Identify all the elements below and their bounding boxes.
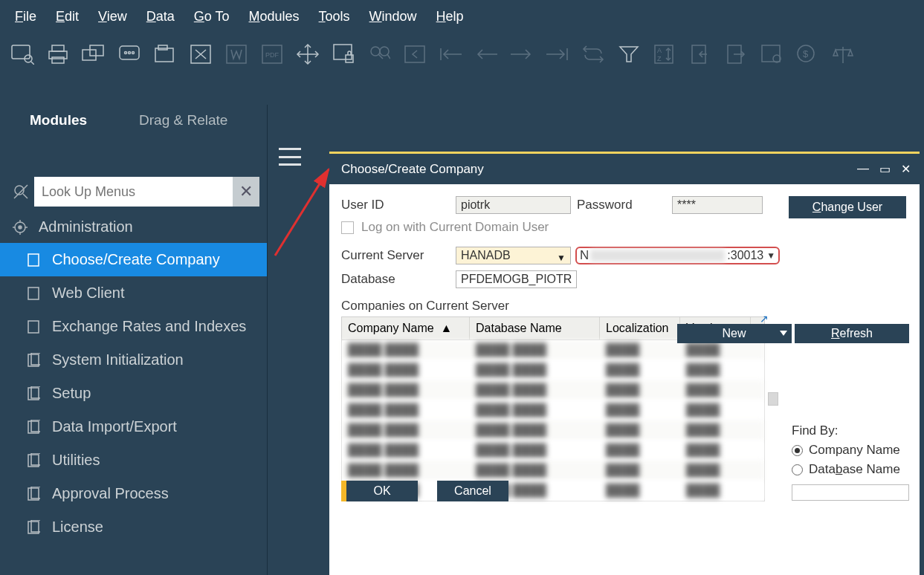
svg-text:A: A xyxy=(657,47,662,54)
form-settings-icon[interactable] xyxy=(757,39,786,69)
table-row[interactable]: ████ ████████ ████████████ xyxy=(342,380,764,400)
first-rec-icon[interactable] xyxy=(400,39,430,69)
balance-icon[interactable] xyxy=(828,39,858,69)
radio-company-name[interactable] xyxy=(792,445,803,456)
refresh-button[interactable]: Refresh xyxy=(795,324,909,343)
label-find-by: Find By: xyxy=(792,423,909,438)
svg-marker-35 xyxy=(620,47,638,62)
collapse-panel-button[interactable] xyxy=(279,148,301,166)
search-input[interactable] xyxy=(34,177,233,207)
menu-goto[interactable]: Go To xyxy=(194,9,230,25)
svg-line-27 xyxy=(387,54,390,59)
svg-rect-60 xyxy=(28,288,39,299)
tree-node-administration[interactable]: Administration xyxy=(0,211,267,243)
server-host-dropdown[interactable]: N:30013 xyxy=(575,247,780,264)
radio-database-name[interactable] xyxy=(792,464,803,475)
find-icon[interactable] xyxy=(364,39,394,69)
refresh-icon[interactable] xyxy=(578,39,608,69)
svg-rect-4 xyxy=(52,45,64,51)
menu-modules[interactable]: Modules xyxy=(249,9,300,25)
word-icon[interactable] xyxy=(222,39,251,69)
menu-view[interactable]: View xyxy=(98,9,127,25)
col-company-name[interactable]: Company Name ▲ xyxy=(342,317,470,340)
svg-text:Z: Z xyxy=(657,55,662,62)
menu-window[interactable]: Window xyxy=(369,9,417,25)
cancel-button[interactable]: Cancel xyxy=(437,481,508,501)
table-row[interactable]: ████ ████████ ████████████ xyxy=(342,420,764,441)
table-row[interactable]: ████ ████████ ████████████ xyxy=(342,400,764,420)
move-icon[interactable] xyxy=(293,39,323,69)
fax-icon[interactable] xyxy=(150,39,180,69)
clear-search-button[interactable]: ✕ xyxy=(233,177,259,207)
popout-icon[interactable]: ↗ xyxy=(760,313,769,325)
tree-item-exchange-rates[interactable]: Exchange Rates and Indexes xyxy=(0,310,267,343)
toolbar: PDF AZ $ xyxy=(0,33,924,82)
label-userid: User ID xyxy=(341,198,456,212)
change-user-button[interactable]: Change User xyxy=(789,196,906,218)
excel-icon[interactable] xyxy=(186,39,216,69)
svg-line-2 xyxy=(31,62,34,65)
minimize-button[interactable]: — xyxy=(857,162,869,176)
server-type-dropdown[interactable]: HANADB xyxy=(456,247,571,264)
tree-item-approval-process[interactable]: Approval Process xyxy=(0,477,267,510)
sort-icon[interactable]: AZ xyxy=(650,39,679,69)
svg-line-51 xyxy=(23,194,28,198)
tree-item-setup[interactable]: Setup xyxy=(0,377,267,410)
lock-layout-icon[interactable] xyxy=(329,39,358,69)
svg-point-54 xyxy=(19,226,22,229)
table-row[interactable]: ████ ████████ ████████████ xyxy=(342,461,764,481)
tree-item-choose-create-company[interactable]: Choose/Create Company xyxy=(0,243,267,276)
col-localization[interactable]: Localization xyxy=(600,317,680,340)
menu-tools[interactable]: Tools xyxy=(319,9,350,25)
export-icon[interactable] xyxy=(721,39,751,69)
next-icon[interactable] xyxy=(507,39,537,69)
menu-data[interactable]: Data xyxy=(146,9,175,25)
print-icon[interactable] xyxy=(43,39,73,69)
ok-button[interactable]: OK xyxy=(346,481,418,501)
tree-item-web-client[interactable]: Web Client xyxy=(0,276,267,310)
svg-rect-5 xyxy=(52,57,64,63)
menu-edit[interactable]: Edit xyxy=(56,9,79,25)
svg-rect-22 xyxy=(334,45,352,59)
svg-text:PDF: PDF xyxy=(265,51,280,59)
print-seq-icon[interactable] xyxy=(79,39,109,69)
database-field[interactable] xyxy=(456,270,577,288)
preview-icon[interactable] xyxy=(7,39,37,69)
new-button[interactable]: New xyxy=(677,324,792,343)
import-icon[interactable] xyxy=(685,39,715,69)
menu-file[interactable]: File xyxy=(15,9,36,25)
svg-line-74 xyxy=(275,169,329,256)
grid-scrollbar[interactable] xyxy=(768,392,778,406)
svg-point-9 xyxy=(125,52,127,54)
search-icon xyxy=(7,178,34,206)
svg-rect-28 xyxy=(405,46,424,62)
password-field[interactable] xyxy=(672,196,763,214)
label-password: Password xyxy=(577,198,672,212)
table-row[interactable]: ████ ████████ ████████████ xyxy=(342,441,764,461)
tab-modules[interactable]: Modules xyxy=(30,112,87,129)
col-database-name[interactable]: Database Name xyxy=(470,317,600,340)
svg-rect-13 xyxy=(158,45,167,50)
filter-icon[interactable] xyxy=(614,39,644,69)
sms-icon[interactable] xyxy=(114,39,144,69)
maximize-button[interactable]: ▭ xyxy=(879,162,891,176)
last-icon[interactable] xyxy=(543,39,572,69)
table-row[interactable]: ████ ████████ ████████████ xyxy=(342,360,764,380)
userid-field[interactable] xyxy=(456,196,571,214)
tree-item-data-import-export[interactable]: Data Import/Export xyxy=(0,410,267,444)
tree-item-license[interactable]: License xyxy=(0,510,267,544)
domain-user-checkbox[interactable] xyxy=(341,221,354,234)
tab-drag-relate[interactable]: Drag & Relate xyxy=(139,112,227,129)
cash-icon[interactable]: $ xyxy=(792,39,822,69)
pdf-icon[interactable]: PDF xyxy=(257,39,287,69)
prev-icon[interactable] xyxy=(471,39,501,69)
tree-item-system-init[interactable]: System Initialization xyxy=(0,343,267,377)
svg-rect-44 xyxy=(762,45,780,62)
svg-rect-61 xyxy=(28,321,39,333)
tree-item-utilities[interactable]: Utilities xyxy=(0,444,267,477)
nav-tree: Administration Choose/Create Company Web… xyxy=(0,211,267,544)
close-button[interactable]: ✕ xyxy=(901,162,911,176)
first-icon[interactable] xyxy=(436,39,465,69)
menu-help[interactable]: Help xyxy=(436,9,464,25)
find-input[interactable] xyxy=(792,484,909,501)
